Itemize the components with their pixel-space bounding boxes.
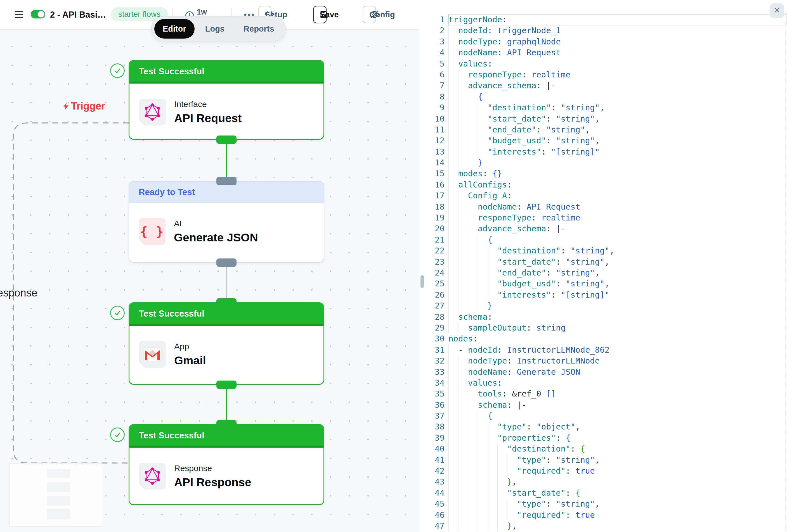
code-line[interactable]: 30nodes:	[419, 333, 794, 344]
code-line[interactable]: 32 nodeType: InstructorLLMNode	[419, 356, 794, 366]
connector-stub[interactable]	[216, 381, 237, 389]
node-category: AI	[174, 219, 258, 228]
code-line[interactable]: 29 sampleOutput: string	[419, 322, 794, 333]
code-line[interactable]: 37 {	[419, 411, 794, 421]
code-line[interactable]: 40 "destination": {	[419, 443, 794, 454]
line-number: 19	[419, 212, 448, 223]
code-line[interactable]: 3 nodeType: graphqlNode	[419, 36, 794, 47]
code-line[interactable]: 19 responeType: realtime	[419, 212, 794, 223]
line-number: 6	[419, 69, 448, 80]
connector-stub[interactable]	[216, 259, 237, 267]
line-number: 34	[419, 378, 448, 388]
code-line[interactable]: 11 "end_date": "string",	[419, 124, 794, 135]
connector-stub[interactable]	[216, 420, 237, 428]
line-number: 29	[419, 322, 448, 333]
code-line[interactable]: 2 nodeId: triggerNode_1	[419, 25, 794, 36]
connector-stub[interactable]	[216, 298, 237, 306]
flow-node-gmail[interactable]: Test SuccessfulAppGmail	[129, 302, 324, 385]
line-number: 27	[419, 300, 448, 311]
code-line[interactable]: 28 schema:	[419, 311, 794, 322]
line-number: 30	[419, 333, 448, 344]
code-line[interactable]: 39 "properties": {	[419, 433, 794, 443]
lightning-bolt-icon	[62, 101, 70, 111]
tab-editor[interactable]: Editor	[154, 19, 195, 39]
line-number: 20	[419, 223, 448, 234]
code-line[interactable]: 27 }	[419, 300, 794, 311]
code-line[interactable]: 22 "destination": "string",	[419, 245, 794, 256]
code-line[interactable]: 34 values:	[419, 378, 794, 388]
code-line[interactable]: 17 Config A:	[419, 190, 794, 201]
code-line[interactable]: 13 "interests": "[string]"	[419, 147, 794, 157]
line-number: 43	[419, 476, 448, 487]
code-line[interactable]: 21 {	[419, 234, 794, 245]
node-title: API Request	[174, 112, 242, 125]
code-line[interactable]: 42 "required": true	[419, 466, 794, 476]
minimap[interactable]	[9, 463, 102, 527]
code-line[interactable]: 14 }	[419, 157, 794, 168]
hamburger-menu-icon[interactable]	[15, 11, 23, 18]
code-line[interactable]: 4 nodeName: API Request	[419, 47, 794, 58]
flow-node-generate-json[interactable]: Ready to Test{ }AIGenerate JSON	[129, 181, 324, 263]
line-number: 44	[419, 488, 448, 498]
line-number: 22	[419, 245, 448, 256]
code-line[interactable]: 5 values:	[419, 58, 794, 69]
code-line[interactable]: 8 {	[419, 91, 794, 102]
node-status-header: Test Successful	[129, 303, 324, 326]
panel-scrollbar[interactable]	[421, 275, 424, 288]
line-number: 8	[419, 91, 448, 102]
tab-logs[interactable]: Logs	[197, 19, 233, 39]
code-line[interactable]: 46 "required": true	[419, 510, 794, 520]
code-line[interactable]: 26 "interests": "[string]"	[419, 289, 794, 300]
line-number: 41	[419, 455, 448, 466]
code-line[interactable]: 24 "end_date": "string",	[419, 267, 794, 278]
tab-reports[interactable]: Reports	[235, 19, 283, 39]
line-number: 33	[419, 366, 448, 378]
yaml-editor[interactable]: 1triggerNode:2 nodeId: triggerNode_13 no…	[419, 14, 794, 531]
line-number: 35	[419, 388, 448, 399]
line-number: 45	[419, 498, 448, 509]
code-line[interactable]: 25 "budget_usd": "string",	[419, 278, 794, 289]
code-line[interactable]: 31 - nodeId: InstructorLLMNode_862	[419, 344, 794, 356]
code-line[interactable]: 43 },	[419, 476, 794, 487]
view-tabs: Editor Logs Reports	[151, 16, 286, 41]
close-panel-button[interactable]: ×	[770, 3, 784, 18]
code-line[interactable]: 10 "start_date": "string",	[419, 113, 794, 124]
line-number: 16	[419, 179, 448, 190]
code-line[interactable]: 45 "type": "string",	[419, 498, 794, 509]
code-line[interactable]: 12 "budget_usd": "string",	[419, 135, 794, 146]
flow-enabled-toggle[interactable]	[31, 10, 45, 18]
code-line[interactable]: 6 responeType: realtime	[419, 69, 794, 80]
line-number: 42	[419, 466, 448, 476]
code-line[interactable]: 35 tools: &ref_0 []	[419, 388, 794, 399]
code-line[interactable]: 1triggerNode:	[419, 14, 794, 25]
save-button[interactable]: Save	[313, 6, 327, 23]
code-line[interactable]: 15 modes: {}	[419, 168, 794, 179]
code-line[interactable]: 33 nodeName: Generate JSON	[419, 366, 794, 378]
code-line[interactable]: 44 "start_date": {	[419, 488, 794, 498]
code-line[interactable]: 23 "start_date": "string",	[419, 256, 794, 267]
graphql-icon	[139, 99, 166, 126]
line-number: 39	[419, 433, 448, 443]
test-success-check-icon	[110, 306, 125, 320]
config-button[interactable]: Config	[363, 6, 376, 23]
connector-stub[interactable]	[216, 177, 237, 185]
line-number: 2	[419, 25, 448, 36]
node-title: API Response	[174, 476, 251, 489]
code-line[interactable]: 9 "destination": "string",	[419, 102, 794, 113]
code-line[interactable]: 47 },	[419, 520, 794, 531]
code-line[interactable]: 7 advance_schema: |-	[419, 80, 794, 91]
code-line[interactable]: 41 "type": "string",	[419, 455, 794, 466]
code-line[interactable]: 36 schema: |-	[419, 400, 794, 411]
connector-stub[interactable]	[216, 135, 237, 144]
code-line[interactable]: 20 advance_schema: |-	[419, 223, 794, 234]
flow-canvas[interactable]: Trigger esponse Test SuccessfulInterface…	[0, 29, 419, 532]
code-line[interactable]: 16 allConfigs:	[419, 179, 794, 190]
line-number: 21	[419, 234, 448, 245]
trigger-label: Trigger	[62, 100, 105, 112]
line-number: 15	[419, 168, 448, 179]
code-line[interactable]: 38 "type": "object",	[419, 421, 794, 432]
flow-node-api-response[interactable]: Test SuccessfulResponseAPI Response	[129, 424, 324, 505]
flow-node-api-request[interactable]: Test SuccessfulInterfaceAPI Request	[129, 60, 324, 140]
line-number: 18	[419, 202, 448, 212]
code-line[interactable]: 18 nodeName: API Request	[419, 202, 794, 212]
